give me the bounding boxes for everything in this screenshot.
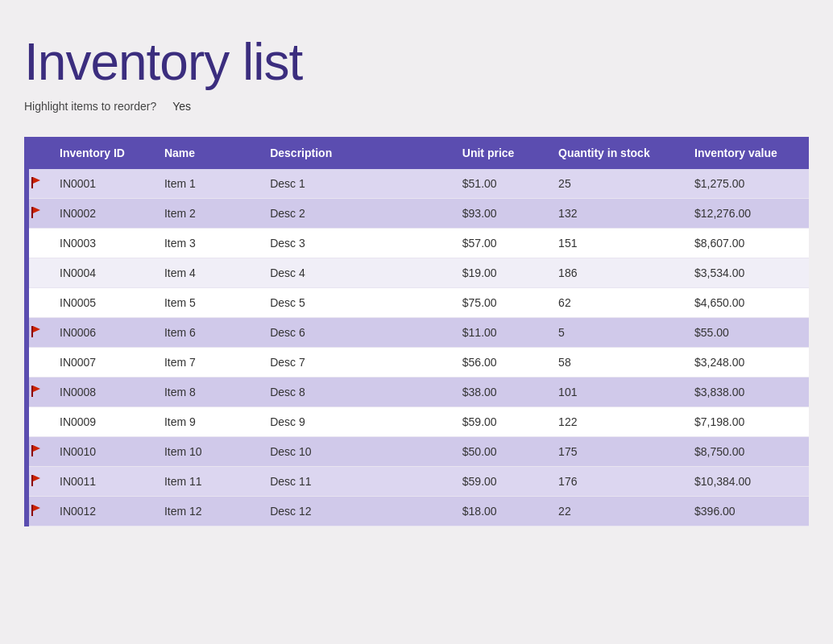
svg-marker-1 [33,177,40,184]
unit-price: $93.00 [451,199,547,229]
inventory-value: $7,198.00 [683,407,809,437]
inventory-id: IN0005 [48,288,153,318]
table-row: IN0012Item 12Desc 12$18.0022$396.00 [24,497,809,526]
table-row: IN0006Item 6Desc 6$11.005$55.00 [24,318,809,348]
svg-marker-7 [33,386,40,392]
qty-stock: 62 [547,288,683,318]
inventory-value: $3,248.00 [683,348,809,378]
svg-rect-10 [31,475,33,486]
flag-icon [30,206,43,219]
unit-price: $59.00 [451,467,547,497]
item-name: Item 12 [153,497,259,526]
item-desc: Desc 5 [259,288,451,318]
unit-price: $38.00 [451,378,547,407]
inventory-table-wrapper: Inventory ID Name Description Unit price… [24,137,809,526]
item-desc: Desc 1 [259,169,451,199]
item-desc: Desc 12 [259,497,451,526]
item-desc: Desc 2 [259,199,451,229]
flag-icon [30,176,43,189]
table-row: IN0003Item 3Desc 3$57.00151$8,607.00 [24,229,809,258]
table-row: IN0002Item 2Desc 2$93.00132$12,276.00 [24,199,809,229]
page-title: Inventory list [24,32,809,92]
item-name: Item 1 [153,169,259,199]
col-header-qty: Quantity in stock [547,137,683,169]
item-name: Item 5 [153,288,259,318]
inventory-id: IN0008 [48,378,153,407]
table-row: IN0011Item 11Desc 11$59.00176$10,384.00 [24,467,809,497]
svg-rect-0 [31,177,33,188]
flag-icon [30,444,43,457]
item-desc: Desc 11 [259,467,451,497]
table-row: IN0007Item 7Desc 7$56.0058$3,248.00 [24,348,809,378]
col-header-name: Name [153,137,259,169]
inventory-table: Inventory ID Name Description Unit price… [24,137,809,526]
item-name: Item 9 [153,407,259,437]
inventory-value: $55.00 [683,318,809,348]
inventory-id: IN0006 [48,318,153,348]
inventory-value: $12,276.00 [683,199,809,229]
inventory-value: $4,650.00 [683,288,809,318]
flag-icon [30,504,43,517]
qty-stock: 25 [547,169,683,199]
table-header: Inventory ID Name Description Unit price… [24,137,809,169]
svg-marker-3 [33,207,40,213]
unit-price: $57.00 [451,229,547,258]
svg-marker-13 [33,505,40,511]
item-desc: Desc 7 [259,348,451,378]
unit-price: $18.00 [451,497,547,526]
qty-stock: 5 [547,318,683,348]
qty-stock: 101 [547,378,683,407]
inventory-value: $1,275.00 [683,169,809,199]
inventory-id: IN0010 [48,437,153,467]
inventory-id: IN0002 [48,199,153,229]
flag-icon [30,385,43,398]
inventory-id: IN0004 [48,258,153,288]
qty-stock: 176 [547,467,683,497]
qty-stock: 122 [547,407,683,437]
item-desc: Desc 3 [259,229,451,258]
unit-price: $75.00 [451,288,547,318]
col-header-value: Inventory value [683,137,809,169]
table-row: IN0005Item 5Desc 5$75.0062$4,650.00 [24,288,809,318]
col-header-id: Inventory ID [48,137,153,169]
svg-rect-8 [31,445,33,456]
inventory-id: IN0003 [48,229,153,258]
item-name: Item 2 [153,199,259,229]
item-desc: Desc 10 [259,437,451,467]
inventory-id: IN0012 [48,497,153,526]
col-header-desc: Description [259,137,451,169]
item-desc: Desc 4 [259,258,451,288]
qty-stock: 151 [547,229,683,258]
item-name: Item 8 [153,378,259,407]
unit-price: $11.00 [451,318,547,348]
qty-stock: 132 [547,199,683,229]
table-body: IN0001Item 1Desc 1$51.0025$1,275.00IN000… [24,169,809,526]
svg-marker-9 [33,445,40,452]
table-row: IN0008Item 8Desc 8$38.00101$3,838.00 [24,378,809,407]
item-name: Item 3 [153,229,259,258]
table-row: IN0004Item 4Desc 4$19.00186$3,534.00 [24,258,809,288]
inventory-value: $3,838.00 [683,378,809,407]
inventory-value: $10,384.00 [683,467,809,497]
item-desc: Desc 8 [259,378,451,407]
svg-rect-4 [31,326,33,337]
table-left-border [24,137,29,526]
unit-price: $56.00 [451,348,547,378]
inventory-id: IN0001 [48,169,153,199]
svg-rect-12 [31,505,33,516]
unit-price: $50.00 [451,437,547,467]
svg-marker-11 [33,475,40,481]
svg-marker-5 [33,326,40,332]
svg-rect-2 [31,207,33,218]
table-row: IN0001Item 1Desc 1$51.0025$1,275.00 [24,169,809,199]
unit-price: $51.00 [451,169,547,199]
unit-price: $19.00 [451,258,547,288]
inventory-value: $8,750.00 [683,437,809,467]
col-header-price: Unit price [451,137,547,169]
svg-rect-6 [31,386,33,397]
qty-stock: 58 [547,348,683,378]
qty-stock: 22 [547,497,683,526]
inventory-id: IN0007 [48,348,153,378]
unit-price: $59.00 [451,407,547,437]
qty-stock: 175 [547,437,683,467]
